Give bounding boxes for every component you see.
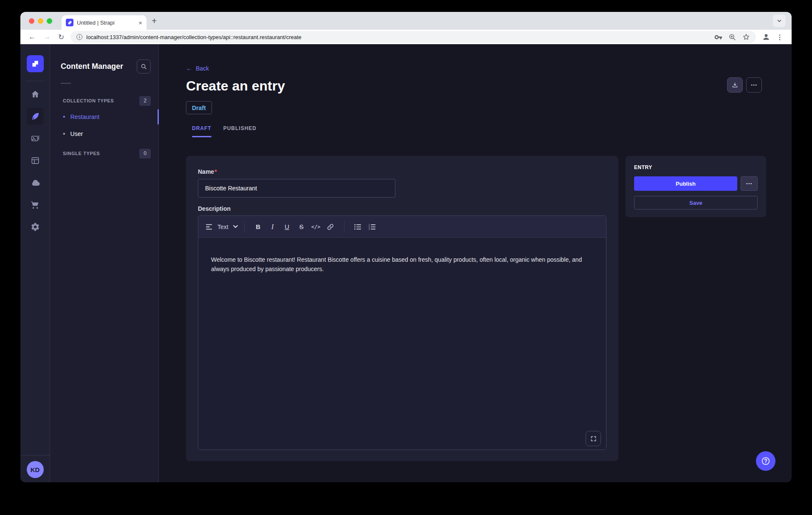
editor-content-area[interactable]: Welcome to Biscotte restaurant! Restaura… <box>198 238 606 450</box>
content-type-builder-icon[interactable] <box>27 152 44 169</box>
numbered-list-button[interactable]: 123 <box>365 220 380 234</box>
entry-side-panel: ENTRY Publish ⋯ Save <box>626 156 766 217</box>
bullet-icon: • <box>63 113 65 120</box>
close-window-button[interactable] <box>29 18 34 24</box>
address-bar[interactable]: i localhost:1337/admin/content-manager/c… <box>70 31 756 43</box>
url-text[interactable]: localhost:1337/admin/content-manager/col… <box>86 34 710 40</box>
status-badge: Draft <box>186 101 212 114</box>
browser-back-button[interactable]: ← <box>25 33 39 41</box>
traffic-lights <box>29 18 52 24</box>
name-input[interactable] <box>198 179 395 198</box>
italic-button[interactable]: I <box>265 220 280 234</box>
browser-window: Untitled | Strapi × + ← → ↻ i localhost:… <box>20 12 792 482</box>
version-tabs: DRAFT PUBLISHED <box>186 125 766 137</box>
main-content: ← Back ⋯ Create an entry Draft DRAFT <box>159 44 792 482</box>
paragraph-style-icon <box>206 224 213 230</box>
profile-avatar-icon[interactable] <box>762 33 770 41</box>
sidebar-divider <box>61 83 71 84</box>
sidebar-item-restaurant[interactable]: • Restaurant <box>50 108 158 125</box>
sidebar-item-user[interactable]: • User <box>50 125 158 142</box>
entry-form-panel: Name* Description Text B <box>186 156 618 461</box>
svg-text:1: 1 <box>369 224 370 226</box>
cloud-icon[interactable] <box>27 174 44 191</box>
save-button[interactable]: Save <box>634 196 758 209</box>
main-navigation: KD <box>20 44 50 482</box>
tab-draft[interactable]: DRAFT <box>186 125 217 137</box>
tab-close-icon[interactable]: × <box>138 20 142 26</box>
back-link-label: Back <box>196 65 209 72</box>
nav-divider <box>26 81 45 81</box>
entry-more-button[interactable]: ⋯ <box>741 176 758 191</box>
description-text[interactable]: Welcome to Biscotte restaurant! Restaura… <box>211 255 593 274</box>
browser-toolbar: ← → ↻ i localhost:1337/admin/content-man… <box>20 30 792 44</box>
sidebar-title: Content Manager <box>61 62 123 71</box>
toolbar-divider <box>244 221 245 232</box>
name-label-text: Name <box>198 168 214 175</box>
single-types-label: SINGLE TYPES <box>63 151 100 156</box>
svg-text:3: 3 <box>369 228 370 229</box>
sidebar-item-label: User <box>70 130 83 137</box>
required-asterisk: * <box>214 168 217 175</box>
content-manager-sidebar: Content Manager COLLECTION TYPES 2 • Res… <box>50 44 159 482</box>
bullet-icon: • <box>63 130 65 137</box>
tab-title: Untitled | Strapi <box>77 20 135 26</box>
new-tab-button[interactable]: + <box>152 16 157 26</box>
sidebar-item-label: Restaurant <box>70 113 99 120</box>
zoom-in-icon[interactable] <box>729 34 736 41</box>
bookmark-star-icon[interactable] <box>742 33 750 41</box>
minimize-window-button[interactable] <box>38 18 43 24</box>
settings-gear-icon[interactable] <box>27 218 44 235</box>
password-key-icon[interactable] <box>714 33 722 41</box>
browser-tab-bar: Untitled | Strapi × + <box>20 12 792 30</box>
content-manager-icon[interactable] <box>27 108 44 125</box>
browser-forward-button[interactable]: → <box>39 33 54 41</box>
header-more-button[interactable]: ⋯ <box>746 77 762 93</box>
bold-button[interactable]: B <box>251 220 265 234</box>
marketplace-cart-icon[interactable] <box>27 196 44 213</box>
underline-button[interactable]: U <box>280 220 294 234</box>
browser-menu-icon[interactable]: ⋮ <box>776 33 783 41</box>
description-rich-text-editor: Text B I U S </> <box>198 215 606 450</box>
publish-button[interactable]: Publish <box>634 176 737 191</box>
link-button[interactable] <box>323 220 338 234</box>
fullscreen-window-button[interactable] <box>47 18 52 24</box>
home-icon[interactable] <box>27 86 44 103</box>
active-tab-underline <box>192 136 211 137</box>
strapi-logo[interactable] <box>27 55 44 72</box>
entry-panel-title: ENTRY <box>634 164 758 170</box>
browser-tab[interactable]: Untitled | Strapi × <box>62 15 147 30</box>
toolbar-divider <box>344 221 344 232</box>
search-button[interactable] <box>137 59 151 74</box>
browser-reload-button[interactable]: ↻ <box>54 33 68 42</box>
text-style-dropdown[interactable]: Text <box>206 224 238 230</box>
media-library-icon[interactable] <box>27 130 44 147</box>
back-arrow-icon: ← <box>186 65 192 72</box>
page-info-icon[interactable]: i <box>76 34 82 40</box>
description-field-label: Description <box>198 205 606 212</box>
help-button[interactable] <box>756 451 775 471</box>
editor-toolbar: Text B I U S </> <box>198 216 606 238</box>
strapi-favicon <box>66 19 73 26</box>
nav-footer: KD <box>20 455 50 482</box>
back-link[interactable]: ← Back <box>186 65 209 72</box>
code-button[interactable]: </> <box>309 220 323 234</box>
collection-types-count-badge: 2 <box>139 96 151 106</box>
single-types-count-badge: 0 <box>139 149 151 158</box>
bulleted-list-button[interactable] <box>351 220 365 234</box>
page-title: Create an entry <box>186 78 766 94</box>
strapi-app: KD Content Manager COLLECTION TYPES 2 • … <box>20 44 792 482</box>
tab-search-chevron-button[interactable] <box>773 14 786 27</box>
tab-published[interactable]: PUBLISHED <box>217 125 262 137</box>
text-style-value: Text <box>217 224 228 230</box>
tab-draft-label: DRAFT <box>192 125 211 131</box>
strikethrough-button[interactable]: S <box>294 220 309 234</box>
name-field-label: Name* <box>198 168 217 175</box>
tab-published-label: PUBLISHED <box>223 125 257 131</box>
export-download-button[interactable] <box>727 77 743 93</box>
expand-editor-button[interactable] <box>586 431 601 446</box>
user-avatar[interactable]: KD <box>27 461 44 478</box>
collection-types-label: COLLECTION TYPES <box>63 98 114 103</box>
chevron-down-icon <box>233 225 238 228</box>
